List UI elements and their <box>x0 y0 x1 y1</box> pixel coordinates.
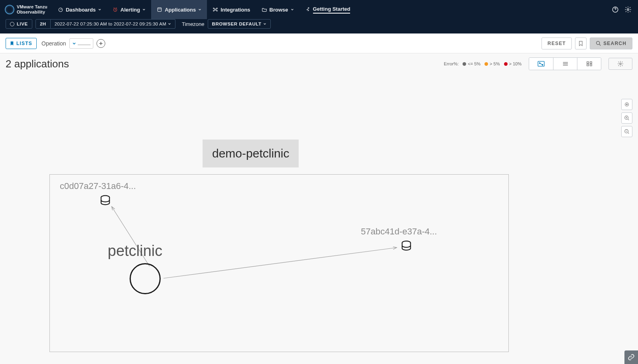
filter-bar: LISTS Operation RESET SEARCH <box>0 33 638 53</box>
service-map-box: c0d07a27-31a6-4... 57abc41d-e37a-4... pe… <box>49 174 509 352</box>
view-map-button[interactable] <box>529 58 553 70</box>
svg-point-21 <box>626 104 628 105</box>
error-legend: Error%: <= 5% > 5% > 10% <box>444 61 522 66</box>
top-nav: VMware Tanzu Observability Dashboards Al… <box>0 0 638 19</box>
svg-point-8 <box>308 8 309 8</box>
applications-icon <box>157 7 162 12</box>
link-icon <box>628 354 635 361</box>
view-grid-button[interactable] <box>577 58 601 70</box>
svg-rect-2 <box>158 8 161 11</box>
zoom-in-icon <box>624 115 630 121</box>
list-view-icon <box>562 61 569 67</box>
timezone-label: Timezone <box>182 21 205 27</box>
svg-point-5 <box>217 8 217 9</box>
svg-point-4 <box>213 8 214 9</box>
search-button[interactable]: SEARCH <box>590 37 632 49</box>
node-label-petclinic[interactable]: petclinic <box>108 242 162 260</box>
svg-point-13 <box>539 63 540 63</box>
node-petclinic[interactable] <box>130 263 161 294</box>
database-icon <box>100 195 111 206</box>
svg-point-19 <box>620 63 621 65</box>
chevron-down-icon <box>72 41 76 45</box>
nav-getting-started[interactable]: Getting Started <box>299 0 356 19</box>
svg-rect-15 <box>587 62 588 63</box>
svg-rect-18 <box>590 64 591 66</box>
grid-view-icon <box>586 61 593 67</box>
lists-button[interactable]: LISTS <box>6 38 37 49</box>
svg-point-6 <box>213 10 214 11</box>
database-icon <box>401 240 412 251</box>
folder-icon <box>262 7 267 12</box>
help-icon <box>612 6 619 13</box>
view-list-button[interactable] <box>553 58 577 70</box>
logo-icon <box>5 5 14 14</box>
timezone-select[interactable]: BROWSER DEFAULT <box>208 19 271 29</box>
gear-icon <box>617 61 624 67</box>
time-range-select[interactable]: 2022-07-22 07:25:30 AM to 2022-07-22 09:… <box>51 19 175 29</box>
node-db2[interactable] <box>401 240 412 251</box>
svg-rect-17 <box>587 64 588 66</box>
view-mode-switch <box>529 57 601 70</box>
zoom-controls <box>621 99 632 137</box>
nav-alerting[interactable]: Alerting <box>107 0 151 19</box>
svg-point-11 <box>597 41 600 45</box>
gear-icon <box>624 6 632 13</box>
add-filter-button[interactable] <box>96 39 105 48</box>
applications-count: 2 applications <box>6 58 69 70</box>
service-map-canvas[interactable]: demo-petclinic c0d07a27-31a6-4... 57abc4… <box>6 76 632 360</box>
help-button[interactable] <box>612 6 619 13</box>
chevron-down-icon <box>198 8 201 11</box>
chevron-down-icon <box>98 8 101 11</box>
chevron-down-icon <box>263 22 266 26</box>
integrations-icon <box>213 7 218 12</box>
time-window-select[interactable]: 2H <box>35 19 51 29</box>
node-label-db2[interactable]: 57abc41d-e37a-4... <box>361 226 437 237</box>
brand-logo[interactable]: VMware Tanzu Observability <box>0 0 52 19</box>
zoom-out-button[interactable] <box>621 126 632 137</box>
recenter-button[interactable] <box>621 99 632 110</box>
node-db1[interactable] <box>100 195 111 206</box>
chevron-down-icon <box>142 8 146 11</box>
settings-button[interactable] <box>624 6 632 13</box>
application-title-box[interactable]: demo-petclinic <box>203 140 299 167</box>
nav-dashboards[interactable]: Dashboards <box>52 0 107 19</box>
zoom-out-icon <box>624 129 630 134</box>
svg-point-10 <box>627 9 629 11</box>
record-icon <box>10 22 14 26</box>
svg-line-25 <box>163 248 397 278</box>
svg-point-14 <box>542 64 543 65</box>
zoom-in-button[interactable] <box>621 112 632 124</box>
plus-icon <box>98 41 103 46</box>
live-toggle[interactable]: LIVE <box>6 19 32 29</box>
running-icon <box>305 7 311 12</box>
target-icon <box>624 102 630 107</box>
brand-text: VMware Tanzu Observability <box>17 4 47 15</box>
gauge-icon <box>58 7 63 12</box>
bookmark-icon <box>579 41 583 46</box>
bookmark-icon <box>10 41 14 46</box>
chevron-down-icon <box>168 22 171 26</box>
operation-filter-label: Operation <box>41 40 66 47</box>
alarm-icon <box>112 7 118 12</box>
search-icon <box>596 41 601 46</box>
node-label-db1[interactable]: c0d07a27-31a6-4... <box>60 181 136 191</box>
svg-point-7 <box>217 10 217 11</box>
time-bar: LIVE 2H 2022-07-22 07:25:30 AM to 2022-0… <box>0 19 638 33</box>
chevron-down-icon <box>291 8 294 11</box>
nav-integrations[interactable]: Integrations <box>207 0 256 19</box>
nav-applications[interactable]: Applications <box>151 0 207 19</box>
svg-rect-16 <box>590 62 591 63</box>
service-map-edges <box>50 175 508 352</box>
summary-header: 2 applications Error%: <= 5% > 5% > 10% <box>0 53 638 70</box>
operation-filter-input[interactable] <box>69 38 93 49</box>
share-link-button[interactable] <box>624 350 638 364</box>
bookmark-button[interactable] <box>575 37 587 49</box>
reset-button[interactable]: RESET <box>542 37 572 49</box>
view-settings-button[interactable] <box>608 58 632 70</box>
nav-browse[interactable]: Browse <box>256 0 299 19</box>
map-view-icon <box>538 61 545 67</box>
